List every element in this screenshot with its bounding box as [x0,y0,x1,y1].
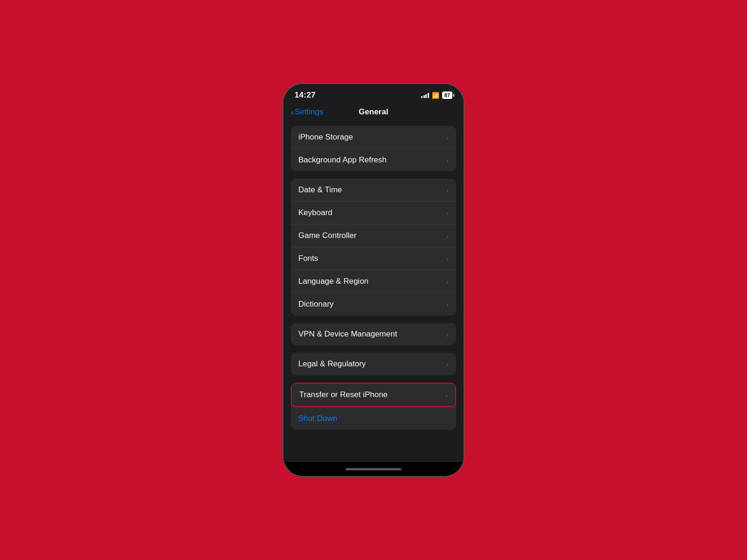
settings-row-shut-down[interactable]: Shut Down [291,407,456,430]
chevron-right-icon: › [445,391,448,399]
settings-group-legal: Legal & Regulatory › [291,353,456,375]
chevron-right-icon: › [446,301,449,308]
status-icons: 📶 87 [421,91,452,99]
chevron-right-icon: › [446,232,449,240]
chevron-right-icon: › [446,278,449,286]
chevron-right-icon: › [446,133,449,141]
nav-title: General [359,107,388,117]
status-time: 14:27 [295,91,316,100]
background-app-refresh-label: Background App Refresh [298,155,387,165]
chevron-right-icon: › [446,209,449,217]
status-bar: 14:27 📶 87 [283,84,464,104]
chevron-right-icon: › [446,360,449,368]
phone-frame: 14:27 📶 87 ‹ Settings General [282,83,465,477]
battery-icon: 87 [442,91,452,99]
chevron-right-icon: › [446,255,449,263]
settings-row-game-controller[interactable]: Game Controller › [291,224,456,247]
back-label: Settings [295,107,323,117]
shut-down-label: Shut Down [298,414,337,423]
settings-row-language-region[interactable]: Language & Region › [291,270,456,293]
back-chevron-icon: ‹ [291,108,294,117]
fonts-label: Fonts [298,254,318,263]
chevron-right-icon: › [446,156,449,164]
home-bar [345,468,402,470]
settings-row-vpn-device-management[interactable]: VPN & Device Management › [291,323,456,345]
back-button[interactable]: ‹ Settings [291,107,324,117]
settings-group-storage: iPhone Storage › Background App Refresh … [291,126,456,171]
chevron-right-icon: › [446,186,449,194]
home-indicator [283,462,464,476]
date-time-label: Date & Time [298,185,342,195]
settings-row-legal-regulatory[interactable]: Legal & Regulatory › [291,353,456,375]
settings-group-reset: Transfer or Reset iPhone › Shut Down [291,383,456,430]
nav-bar: ‹ Settings General [283,104,464,122]
settings-group-vpn: VPN & Device Management › [291,323,456,345]
settings-row-date-time[interactable]: Date & Time › [291,179,456,202]
settings-row-iphone-storage[interactable]: iPhone Storage › [291,126,456,149]
vpn-device-management-label: VPN & Device Management [298,329,397,339]
settings-row-transfer-reset[interactable]: Transfer or Reset iPhone › [291,383,456,407]
settings-row-keyboard[interactable]: Keyboard › [291,202,456,224]
dictionary-label: Dictionary [298,300,334,309]
settings-row-background-app-refresh[interactable]: Background App Refresh › [291,149,456,171]
language-region-label: Language & Region [298,277,368,286]
wifi-icon: 📶 [432,92,439,99]
legal-regulatory-label: Legal & Regulatory [298,359,366,369]
keyboard-label: Keyboard [298,208,332,217]
settings-row-dictionary[interactable]: Dictionary › [291,293,456,315]
chevron-right-icon: › [446,330,449,338]
settings-row-fonts[interactable]: Fonts › [291,247,456,270]
iphone-storage-label: iPhone Storage [298,133,353,142]
signal-icon [421,92,429,98]
transfer-reset-label: Transfer or Reset iPhone [299,390,388,399]
scroll-content[interactable]: iPhone Storage › Background App Refresh … [283,122,464,462]
game-controller-label: Game Controller [298,231,357,240]
settings-group-locale: Date & Time › Keyboard › Game Controller… [291,179,456,315]
